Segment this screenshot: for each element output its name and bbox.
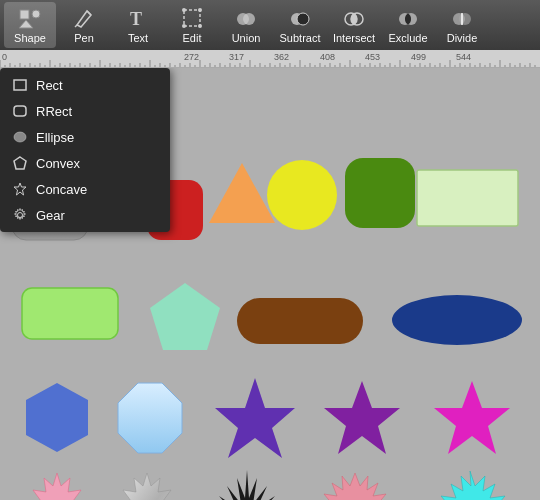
svg-marker-41 — [215, 378, 295, 458]
tool-subtract[interactable]: Subtract — [274, 2, 326, 48]
shape-lightblue-octagon[interactable] — [110, 378, 190, 458]
shape-magenta-5star[interactable] — [430, 376, 515, 461]
gear-icon — [12, 207, 28, 223]
svg-marker-39 — [26, 383, 88, 452]
svg-point-10 — [198, 24, 202, 28]
shape-cyan-gear[interactable] — [425, 468, 515, 500]
shape-blue-ellipse[interactable] — [390, 293, 525, 348]
svg-marker-48 — [439, 471, 507, 500]
svg-marker-43 — [434, 381, 510, 454]
svg-point-8 — [198, 8, 202, 12]
tool-intersect[interactable]: Intersect — [328, 2, 380, 48]
tool-exclude[interactable]: Exclude — [382, 2, 434, 48]
divide-icon — [450, 6, 474, 30]
shape-purple-6star[interactable] — [210, 373, 300, 463]
shape-icon — [18, 6, 42, 30]
svg-point-12 — [243, 13, 255, 25]
canvas-area: Rect RRect Ellipse — [0, 68, 540, 500]
svg-rect-35 — [22, 288, 118, 339]
svg-rect-23 — [14, 80, 26, 90]
dropdown-item-convex[interactable]: Convex — [0, 150, 170, 176]
shape-black-spiky[interactable] — [205, 468, 290, 500]
svg-rect-37 — [237, 298, 363, 344]
tool-pen-label: Pen — [74, 32, 94, 44]
svg-point-30 — [267, 160, 337, 230]
tool-exclude-label: Exclude — [388, 32, 427, 44]
shape-lightgreen-rrect[interactable] — [20, 286, 120, 341]
svg-marker-40 — [118, 383, 182, 453]
dropdown-item-concave[interactable]: Concave — [0, 176, 170, 202]
dropdown-item-gear[interactable]: Gear — [0, 202, 170, 228]
ruler — [0, 50, 540, 68]
svg-point-38 — [392, 295, 522, 345]
svg-line-3 — [87, 11, 91, 15]
shape-pink-gear[interactable] — [310, 468, 400, 500]
tool-union[interactable]: Union — [220, 2, 272, 48]
shape-green-squircle[interactable] — [340, 153, 420, 233]
shape-purple-5star[interactable] — [320, 376, 405, 461]
svg-point-25 — [14, 132, 26, 142]
svg-point-28 — [18, 213, 23, 218]
svg-point-7 — [182, 8, 186, 12]
dropdown-item-rrect[interactable]: RRect — [0, 98, 170, 124]
convex-icon — [12, 155, 28, 171]
exclude-icon — [396, 6, 420, 30]
dropdown-label-gear: Gear — [36, 208, 65, 223]
svg-marker-46 — [213, 470, 281, 500]
edit-icon — [180, 6, 204, 30]
dropdown-label-ellipse: Ellipse — [36, 130, 74, 145]
svg-marker-27 — [14, 183, 26, 195]
tool-edit[interactable]: Edit — [166, 2, 218, 48]
svg-rect-31 — [345, 158, 415, 228]
union-icon — [234, 6, 258, 30]
svg-point-21 — [459, 13, 471, 25]
tool-shape-label: Shape — [14, 32, 46, 44]
svg-point-1 — [32, 10, 40, 18]
shape-blue-hexagon[interactable] — [20, 378, 95, 458]
svg-rect-0 — [20, 10, 29, 19]
rect-icon — [12, 77, 28, 93]
shape-pink-burst[interactable] — [15, 468, 100, 500]
tool-shape[interactable]: Shape — [4, 2, 56, 48]
tool-text-label: Text — [128, 32, 148, 44]
pen-icon — [72, 6, 96, 30]
dropdown-label-concave: Concave — [36, 182, 87, 197]
subtract-icon — [288, 6, 312, 30]
svg-rect-6 — [184, 10, 200, 26]
tool-text[interactable]: T Text — [112, 2, 164, 48]
svg-point-9 — [182, 24, 186, 28]
svg-marker-36 — [150, 283, 220, 350]
svg-text:T: T — [130, 9, 142, 29]
dropdown-label-rrect: RRect — [36, 104, 72, 119]
ellipse-icon — [12, 129, 28, 145]
svg-rect-24 — [14, 106, 26, 116]
tool-edit-label: Edit — [183, 32, 202, 44]
toolbar: Shape Pen T Text — [0, 0, 540, 50]
tool-divide[interactable]: Divide — [436, 2, 488, 48]
concave-icon — [12, 181, 28, 197]
svg-marker-2 — [19, 20, 33, 28]
dropdown-item-rect[interactable]: Rect — [0, 72, 170, 98]
svg-marker-42 — [324, 381, 400, 454]
shape-silver-burst[interactable] — [105, 468, 190, 500]
svg-marker-44 — [27, 473, 87, 500]
text-icon: T — [126, 6, 150, 30]
dropdown-label-convex: Convex — [36, 156, 80, 171]
intersect-icon — [342, 6, 366, 30]
tool-subtract-label: Subtract — [280, 32, 321, 44]
dropdown-item-ellipse[interactable]: Ellipse — [0, 124, 170, 150]
tool-pen[interactable]: Pen — [58, 2, 110, 48]
shape-lightgreen-rect[interactable] — [415, 168, 520, 228]
tool-union-label: Union — [232, 32, 261, 44]
shape-brown-pill[interactable] — [235, 296, 365, 346]
rrect-icon — [12, 103, 28, 119]
shape-dropdown: Rect RRect Ellipse — [0, 68, 170, 232]
shape-cyan-pentagon[interactable] — [145, 278, 225, 358]
svg-line-4 — [75, 25, 77, 27]
svg-marker-45 — [117, 473, 177, 500]
tool-divide-label: Divide — [447, 32, 478, 44]
svg-marker-47 — [320, 473, 390, 500]
svg-rect-32 — [417, 170, 518, 226]
tool-intersect-label: Intersect — [333, 32, 375, 44]
shape-yellow-circle[interactable] — [265, 158, 340, 233]
